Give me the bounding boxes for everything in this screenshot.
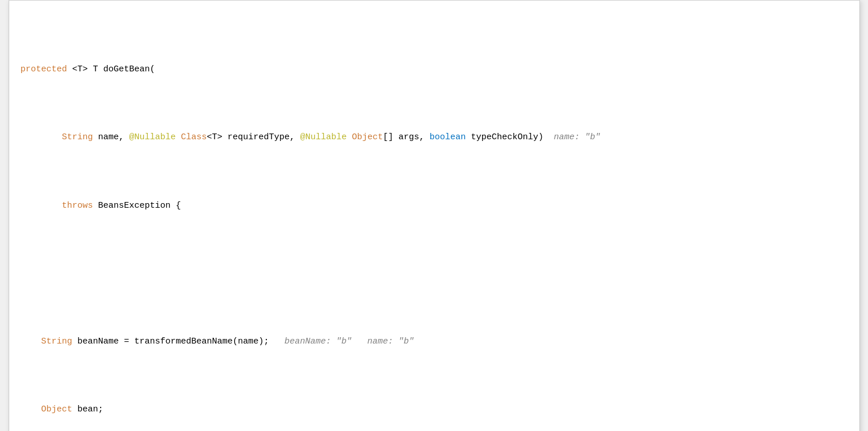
code-text: <T> requiredType, bbox=[207, 132, 300, 142]
annotation-nullable1: @Nullable bbox=[129, 132, 176, 142]
code-indent bbox=[21, 405, 41, 414]
keyword-string2: String bbox=[41, 337, 72, 346]
code-line-4 bbox=[21, 266, 848, 281]
code-text: beanName = transformedBeanName(name); bbox=[72, 337, 285, 346]
hint-name: name: "b" bbox=[554, 132, 601, 142]
keyword-boolean: boolean bbox=[430, 132, 466, 142]
code-content: protected <T> T doGetBean( String name, … bbox=[9, 1, 859, 431]
code-line-2: String name, @Nullable Class<T> required… bbox=[21, 130, 848, 144]
code-text: BeansException { bbox=[93, 201, 181, 211]
code-text bbox=[347, 132, 352, 142]
code-text: [] args, bbox=[383, 132, 430, 142]
code-indent bbox=[21, 201, 62, 211]
code-container: protected <T> T doGetBean( String name, … bbox=[9, 0, 860, 431]
annotation-nullable2: @Nullable bbox=[300, 132, 347, 142]
hint-beanname: beanName: "b" name: "b" bbox=[285, 337, 414, 346]
keyword-string: String bbox=[62, 132, 93, 142]
code-text: bean; bbox=[72, 405, 104, 414]
keyword-throws: throws bbox=[62, 201, 93, 211]
code-text: typeCheckOnly) bbox=[466, 132, 554, 142]
code-indent bbox=[21, 337, 41, 346]
code-text: <T> T doGetBean( bbox=[67, 64, 155, 74]
code-text: name, bbox=[93, 132, 129, 142]
keyword-object2: Object bbox=[41, 405, 72, 414]
code-line-5: String beanName = transformedBeanName(na… bbox=[21, 334, 848, 349]
code-line-6: Object bean; bbox=[21, 402, 848, 417]
keyword-object: Object bbox=[352, 132, 383, 142]
code-line-1: protected <T> T doGetBean( bbox=[21, 62, 848, 77]
code-indent bbox=[21, 132, 62, 142]
code-line-3: throws BeansException { bbox=[21, 199, 848, 213]
keyword-class: Class bbox=[181, 132, 207, 142]
code-text bbox=[176, 132, 181, 142]
keyword-protected: protected bbox=[21, 64, 67, 74]
